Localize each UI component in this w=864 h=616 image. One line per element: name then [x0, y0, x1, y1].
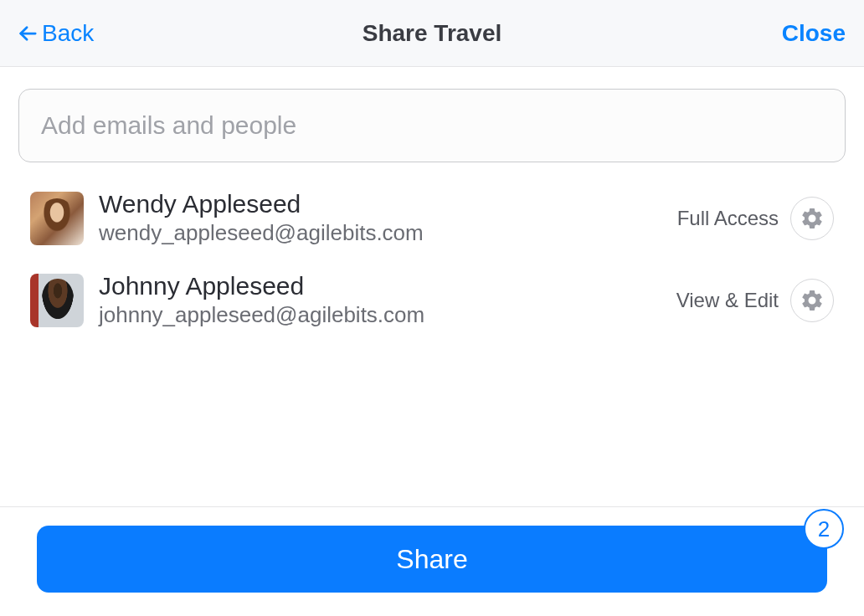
- person-info: Wendy Appleseed wendy_appleseed@agilebit…: [99, 189, 677, 248]
- people-list: Wendy Appleseed wendy_appleseed@agilebit…: [18, 189, 846, 330]
- person-email: wendy_appleseed@agilebits.com: [99, 219, 677, 248]
- permission-settings-button[interactable]: [790, 279, 834, 322]
- add-people-input[interactable]: [18, 89, 846, 162]
- person-row: Johnny Appleseed johnny_appleseed@agileb…: [30, 271, 834, 330]
- back-label: Back: [42, 20, 94, 47]
- permission-label: View & Edit: [676, 289, 779, 312]
- modal-footer: Share 2: [0, 506, 864, 616]
- share-count-badge: 2: [804, 509, 844, 549]
- modal-header: Back Share Travel Close: [0, 0, 864, 67]
- person-info: Johnny Appleseed johnny_appleseed@agileb…: [99, 271, 676, 330]
- close-button[interactable]: Close: [782, 20, 846, 47]
- person-name: Johnny Appleseed: [99, 271, 676, 301]
- gear-icon: [800, 288, 825, 313]
- permission-label: Full Access: [677, 207, 779, 230]
- share-button[interactable]: Share 2: [37, 526, 827, 593]
- person-controls: View & Edit: [676, 279, 834, 322]
- gear-icon: [800, 206, 825, 231]
- content-area: Wendy Appleseed wendy_appleseed@agilebit…: [0, 67, 864, 330]
- share-button-label: Share: [396, 544, 467, 574]
- avatar: [30, 274, 84, 327]
- avatar: [30, 192, 84, 245]
- person-controls: Full Access: [677, 197, 834, 240]
- page-title: Share Travel: [363, 20, 502, 47]
- person-row: Wendy Appleseed wendy_appleseed@agilebit…: [30, 189, 834, 248]
- arrow-left-icon: [18, 24, 37, 43]
- person-email: johnny_appleseed@agilebits.com: [99, 301, 676, 330]
- person-name: Wendy Appleseed: [99, 189, 677, 219]
- back-button[interactable]: Back: [18, 20, 94, 47]
- permission-settings-button[interactable]: [790, 197, 834, 240]
